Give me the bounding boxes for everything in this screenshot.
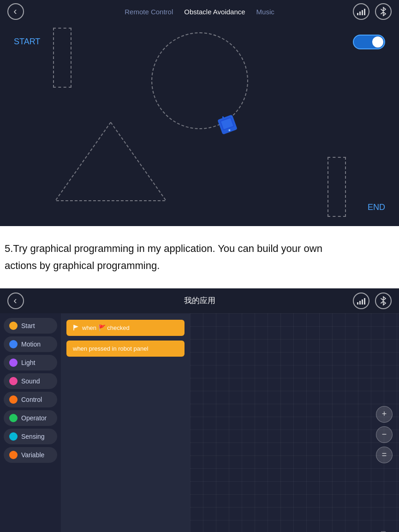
shape-rect-right — [328, 157, 346, 217]
sidebar-item-sound[interactable]: Sound — [4, 373, 57, 389]
bottom-back-button[interactable] — [7, 293, 24, 309]
bottom-nav: 我的应用 — [0, 288, 399, 313]
obstacle-avoidance-section: Remote Control Obstacle Avoidance Music — [0, 0, 399, 226]
nav-tabs: Remote Control Obstacle Avoidance Music — [125, 8, 274, 16]
bottom-right-icons — [353, 293, 392, 309]
canvas-area[interactable]: + − = — [190, 313, 399, 532]
reset-button[interactable]: = — [376, 447, 393, 463]
zoom-out-button[interactable]: − — [376, 426, 393, 443]
tab-obstacle-avoidance[interactable]: Obstacle Avoidance — [184, 8, 245, 16]
shape-triangle — [51, 118, 171, 205]
tab-music[interactable]: Music — [256, 8, 274, 16]
sidebar-label-control: Control — [21, 396, 42, 403]
shape-rect-left — [53, 28, 71, 88]
signal-icon — [357, 8, 365, 15]
signal-button[interactable] — [353, 3, 369, 20]
trash-icon — [374, 529, 393, 532]
variable-dot — [9, 451, 18, 459]
top-nav: Remote Control Obstacle Avoidance Music — [0, 0, 399, 23]
sidebar-item-variable[interactable]: Variable — [4, 447, 57, 463]
end-label: END — [368, 203, 385, 212]
sidebar-label-sensing: Sensing — [21, 433, 45, 440]
sidebar-label-start: Start — [21, 322, 35, 329]
operator-dot — [9, 414, 18, 422]
app-title: 我的应用 — [184, 295, 215, 306]
app-workspace: Start Motion Light Sound Control Operato… — [0, 313, 399, 532]
sidebar-item-light[interactable]: Light — [4, 355, 57, 371]
sidebar-label-operator: Operator — [21, 414, 47, 422]
bottom-bluetooth-button[interactable] — [375, 293, 392, 309]
top-right-icons — [353, 3, 392, 20]
sidebar-item-start[interactable]: Start — [4, 318, 57, 334]
trash-button[interactable] — [374, 529, 393, 532]
bluetooth-icon — [380, 7, 387, 16]
sidebar-item-control[interactable]: Control — [4, 392, 57, 407]
sidebar-item-operator[interactable]: Operator — [4, 410, 57, 426]
robot-icon — [216, 115, 239, 134]
sidebar-label-light: Light — [21, 359, 35, 366]
flag-icon — [73, 324, 79, 331]
middle-text-section: 5.Try graphical programming in my applic… — [0, 226, 399, 288]
sidebar-label-motion: Motion — [21, 341, 41, 348]
my-application-section: 我的应用 Start — [0, 288, 399, 532]
toggle-knob — [372, 36, 383, 48]
motion-dot — [9, 340, 18, 348]
grid-background — [190, 313, 399, 532]
toggle-button[interactable] — [353, 35, 385, 49]
block-sidebar: Start Motion Light Sound Control Operato… — [0, 313, 61, 532]
control-dot — [9, 395, 18, 404]
canvas-controls: + − = — [376, 406, 393, 463]
light-dot — [9, 359, 18, 367]
sidebar-label-variable: Variable — [21, 451, 44, 459]
start-dot — [9, 322, 18, 330]
zoom-in-button[interactable]: + — [376, 406, 393, 423]
obstacle-canvas: START END — [0, 23, 399, 226]
bottom-signal-icon — [357, 297, 365, 305]
sensing-dot — [9, 432, 18, 441]
start-label: START — [14, 37, 40, 47]
tab-remote-control[interactable]: Remote Control — [125, 8, 173, 16]
bottom-bluetooth-icon — [380, 296, 387, 305]
top-back-button[interactable] — [7, 3, 24, 20]
sound-dot — [9, 377, 18, 385]
sidebar-item-motion[interactable]: Motion — [4, 336, 57, 352]
bottom-signal-button[interactable] — [353, 293, 369, 309]
svg-marker-6 — [74, 325, 78, 329]
block-when-pressed-robot[interactable]: when pressed in robot panel — [66, 341, 185, 357]
block-when-flag-checked[interactable]: when 🚩 checked — [66, 320, 185, 336]
sidebar-label-sound: Sound — [21, 377, 40, 385]
instruction-text: 5.Try graphical programming in my applic… — [5, 240, 390, 275]
bluetooth-button[interactable] — [375, 3, 392, 20]
block-palette: when 🚩 checked when pressed in robot pan… — [61, 313, 190, 532]
sidebar-item-sensing[interactable]: Sensing — [4, 429, 57, 444]
svg-marker-0 — [55, 122, 166, 201]
